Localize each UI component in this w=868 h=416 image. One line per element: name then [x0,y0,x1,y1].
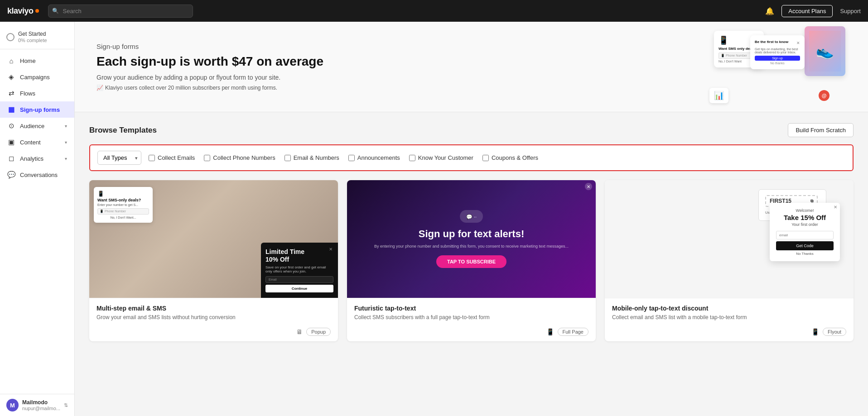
card-preview-multi-step: 📱 Want SMS-only deals? Enter your number… [89,180,338,298]
card-footer-multi-step: 🖥 Popup [89,328,338,341]
card-name-futuristic: Futuristic tap-to-text [354,305,588,312]
welcome-email-input[interactable] [776,231,834,239]
checkbox-announcements[interactable] [348,155,355,161]
sms-phone-input: 📱 Phone Number [97,208,149,215]
browse-templates-title: Browse Templates [89,126,157,135]
sidebar-label-analytics: Analytics [20,155,43,162]
sidebar-label-campaigns: Campaigns [20,74,50,81]
card-badge-multi-step: Popup [306,328,331,336]
user-info: Mailmodo nupur@mailmo... [22,399,60,411]
checkbox-email-numbers[interactable] [285,155,291,161]
card-info-mobile-discount: Mobile-only tap-to-text discount Collect… [605,298,854,328]
template-card-futuristic[interactable]: ✕ 💬 ·· Sign up for text alerts! By enter… [347,180,596,341]
filter-bar: All Types Popup Flyout Full Page Embed C… [89,144,854,171]
user-chevron: ⇅ [64,402,68,408]
hero-text: Sign-up forms Each sign-up is worth $47 … [96,43,332,91]
checkbox-coupons-offers[interactable] [482,155,489,161]
illustration-at-badge: @ [819,90,829,101]
get-started-item[interactable]: Get Started 0% complete [6,29,68,45]
overlay-title: Limited Time10% Off [265,248,333,263]
filter-collect-emails-label: Collect Emails [158,154,195,161]
hero-subtitle: Grow your audience by adding a popup or … [96,74,332,81]
campaigns-icon: ◈ [7,73,15,81]
filter-collect-emails[interactable]: Collect Emails [149,154,195,161]
support-link[interactable]: Support [840,8,861,14]
hero-label: Sign-up forms [96,43,332,50]
card-info-multi-step: Multi-step email & SMS Grow your email a… [89,298,338,328]
get-started-progress: 0% complete [18,38,47,43]
sidebar-item-signup-forms[interactable]: ▦ Sign-up forms [0,101,74,118]
card-footer-futuristic: 📱 Full Page [347,328,596,341]
conversations-icon: 💬 [7,171,15,179]
user-name: Mailmodo [22,399,60,406]
filter-coupons-offers[interactable]: Coupons & Offers [482,154,538,161]
type-select-wrap: All Types Popup Flyout Full Page Embed [97,151,141,165]
template-card-multi-step[interactable]: 📱 Want SMS-only deals? Enter your number… [89,180,338,341]
welcome-header: Welcome! [776,208,834,213]
template-card-mobile-discount[interactable]: FIRST15 ⧉ Use code for 15% off your firs… [605,180,854,341]
futuristic-bubble: 💬 ·· [460,210,483,223]
sidebar: Get Started 0% complete ⌂ Home ◈ Campaig… [0,22,75,416]
sidebar-item-content[interactable]: ▣ Content ▾ [0,134,74,150]
preview-sms-card: 📱 Want SMS-only deals? Enter your number… [94,187,153,223]
search-icon: 🔍 [52,8,59,14]
filter-know-customer[interactable]: Know Your Customer [409,154,473,161]
hero-stat-text: Klaviyo users collect over 20 million su… [105,85,277,91]
audience-icon: ⊙ [7,122,15,130]
checkbox-know-customer[interactable] [409,155,415,161]
checkbox-collect-emails[interactable] [149,155,155,161]
signup-forms-icon: ▦ [7,105,15,114]
filter-email-numbers[interactable]: Email & Numbers [285,154,339,161]
search-input[interactable] [48,5,193,18]
logo-dot [35,9,39,13]
sidebar-item-analytics[interactable]: ◻ Analytics ▾ [0,150,74,167]
hero-stat: 📈 Klaviyo users collect over 20 million … [96,85,332,91]
sidebar-item-home[interactable]: ⌂ Home [0,53,74,69]
bell-icon[interactable]: 🔔 [765,7,774,15]
card-badge-mobile-discount: Flyout [823,328,846,336]
card-preview-mobile-discount: FIRST15 ⧉ Use code for 15% off your firs… [605,180,854,298]
templates-section: Browse Templates Build From Scratch All … [75,112,868,352]
sidebar-label-content: Content [20,139,41,146]
sidebar-item-campaigns[interactable]: ◈ Campaigns [0,69,74,85]
filter-collect-phone[interactable]: Collect Phone Numbers [204,154,275,161]
card-name-multi-step: Multi-step email & SMS [96,305,331,312]
preview-overlay-card: ✕ Limited Time10% Off Save on your first… [261,243,338,298]
analytics-icon: ◻ [7,154,15,163]
type-dropdown[interactable]: All Types Popup Flyout Full Page Embed [97,151,141,165]
futuristic-bubble-text: 💬 ·· [466,214,477,220]
filter-announcements[interactable]: Announcements [348,154,400,161]
welcome-card: ✕ Welcome! Take 15% Off Your first order… [770,203,840,261]
popup-card-btn: Sign up [755,56,800,61]
build-from-scratch-button[interactable]: Build From Scratch [788,123,854,137]
illustration-shoe-card: 👟 [805,26,845,76]
mobile-icon-discount: 📱 [811,328,819,335]
sidebar-item-audience[interactable]: ⊙ Audience ▾ [0,118,74,134]
get-started-label: Get Started [18,31,47,37]
logo[interactable]: klaviyo [7,6,39,16]
illustration-stats-card: 📊 [709,88,728,103]
futuristic-sub: By entering your phone number and submit… [374,244,569,249]
sidebar-label-conversations: Conversations [20,172,58,178]
hero-illustration: 📱 Want SMS only deals? 📱 Phone Number No… [705,26,850,108]
futuristic-close: ✕ [585,183,592,190]
card-desc-multi-step: Grow your email and SMS lists without hu… [96,314,331,321]
hero-banner: Sign-up forms Each sign-up is worth $47 … [75,22,868,112]
card-desc-mobile-discount: Collect email and SMS list with a mobile… [612,314,846,321]
get-started-text: Get Started 0% complete [18,31,47,43]
sms-preview-title: Want SMS-only deals? [97,198,149,202]
popup-card-sub: Get tips on marketing, the best deals de… [755,48,800,54]
futuristic-preview: 💬 ·· Sign up for text alerts! By enterin… [347,180,596,298]
user-menu[interactable]: M Mailmodo nupur@mailmo... ⇅ [6,399,68,411]
overlay-email-input: Email [265,276,333,283]
sidebar-item-flows[interactable]: ⇄ Flows [0,85,74,101]
filter-collect-phone-label: Collect Phone Numbers [213,154,275,161]
content-icon: ▣ [7,138,15,146]
account-plans-button[interactable]: Account Plans [781,5,833,17]
sidebar-label-home: Home [20,57,36,64]
checkbox-collect-phone[interactable] [204,155,210,161]
sidebar-item-conversations[interactable]: 💬 Conversations [0,167,74,183]
overlay-continue-btn: Continue [265,285,333,292]
filter-email-numbers-label: Email & Numbers [294,154,339,161]
hero-title: Each sign-up is worth $47 on average [96,54,332,69]
